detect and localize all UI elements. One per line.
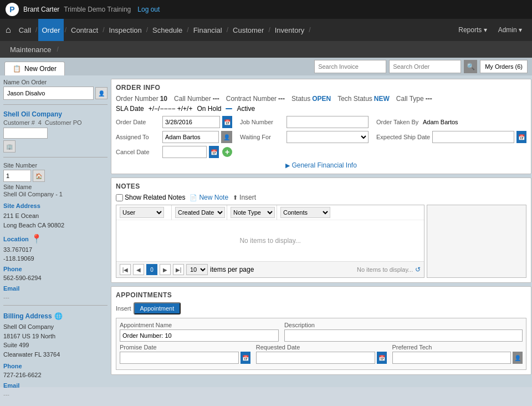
appointments-section: APPOINTMENTS Insert Appointment Appointm… xyxy=(111,286,531,375)
waiting-for-label: Waiting For xyxy=(240,134,284,140)
cancel-date-calendar-button[interactable]: 📅 xyxy=(209,146,219,158)
preferred-tech-input[interactable] xyxy=(392,352,511,364)
search-order-input[interactable] xyxy=(389,60,461,73)
preferred-tech-search-button[interactable]: 👤 xyxy=(513,352,523,364)
email-label: Email xyxy=(3,285,108,292)
appt-name-field: Appointment Name xyxy=(120,322,279,342)
nav-item-inspection[interactable]: Inspection xyxy=(105,19,145,41)
page-size-select[interactable]: 10 xyxy=(186,264,208,275)
email-value: --- xyxy=(3,294,108,301)
show-related-notes-label[interactable]: Show Related Notes xyxy=(116,194,185,201)
page-last-button[interactable]: ▶| xyxy=(173,264,184,275)
logout-link[interactable]: Log out xyxy=(137,6,160,13)
search-invoice-input[interactable] xyxy=(314,60,386,73)
cancel-date-label: Cancel Date xyxy=(116,149,160,155)
appt-desc-input[interactable] xyxy=(284,329,523,342)
appt-name-label: Appointment Name xyxy=(120,322,279,328)
status-label: Status xyxy=(291,95,310,103)
order-info-title: ORDER INFO xyxy=(116,84,526,92)
appointment-tab-button[interactable]: Appointment xyxy=(134,302,181,314)
promise-date-input[interactable] xyxy=(120,352,239,364)
notes-refresh-button[interactable]: ↺ xyxy=(415,266,421,273)
tab-icon: 📋 xyxy=(13,65,21,73)
appointments-title: APPOINTMENTS xyxy=(116,291,526,299)
nav-right: Reports ▾ Admin ▾ xyxy=(454,24,526,36)
location-pin-icon: 📍 xyxy=(31,234,42,244)
job-number-input[interactable] xyxy=(287,116,369,128)
requested-date-calendar-button[interactable]: 📅 xyxy=(377,352,387,364)
nav-sub-maintenance[interactable]: Maintenance xyxy=(6,41,55,58)
page-next-button[interactable]: ▶ xyxy=(160,264,171,275)
new-note-button[interactable]: 📄 New Note xyxy=(190,194,228,201)
contract-number-value: --- xyxy=(278,95,285,103)
notes-type-filter[interactable]: Note Type xyxy=(231,207,275,218)
company-name: Shell Oil Company xyxy=(3,110,108,118)
notes-insert-button[interactable]: ⬆ Insert xyxy=(233,194,256,201)
site-number-input[interactable] xyxy=(3,170,31,182)
requested-date-field: Requested Date 📅 xyxy=(256,344,387,364)
nav-item-schedule[interactable]: Schedule xyxy=(149,19,186,41)
notes-user-filter[interactable]: User xyxy=(120,207,164,218)
nav-item-order[interactable]: Order xyxy=(38,19,63,41)
nav-item-customer[interactable]: Customer xyxy=(229,19,267,41)
contract-number-label: Contract Number xyxy=(226,95,277,103)
topbar-org: Trimble Demo Training xyxy=(64,6,131,13)
nav-home-icon[interactable]: ⌂ xyxy=(6,25,11,35)
reports-button[interactable]: Reports ▾ xyxy=(454,24,491,36)
assigned-to-person-button[interactable]: 👤 xyxy=(221,131,232,143)
billing-phone-value: 727-216-6622 xyxy=(3,372,108,378)
expected-ship-row: Expected Ship Date 📅 xyxy=(376,131,526,143)
assigned-to-row: Assigned To 👤 xyxy=(116,131,232,143)
appt-insert-button[interactable]: Insert xyxy=(116,305,131,312)
promise-date-calendar-button[interactable]: 📅 xyxy=(241,352,250,364)
tech-status-value: NEW xyxy=(374,95,390,103)
nav-item-call[interactable]: Call xyxy=(16,19,34,41)
active-label: Active xyxy=(237,105,255,113)
assigned-to-input[interactable] xyxy=(162,131,219,143)
order-meta-row: Order Number 10 Call Number --- Contract… xyxy=(116,95,526,103)
notes-contents-filter[interactable]: Contents xyxy=(280,207,330,218)
tab-label: New Order xyxy=(24,65,57,73)
on-hold-toggle[interactable] xyxy=(226,108,232,109)
show-related-notes-checkbox[interactable] xyxy=(116,194,123,201)
waiting-for-select[interactable] xyxy=(287,131,369,143)
order-date-input[interactable] xyxy=(162,116,220,128)
topbar: P Brant Carter Trimble Demo Training Log… xyxy=(0,0,532,19)
notes-date-filter[interactable]: Created Date xyxy=(175,207,225,218)
notes-title: NOTES xyxy=(116,182,526,190)
name-on-order-input[interactable] xyxy=(3,87,94,100)
requested-date-input[interactable] xyxy=(256,352,375,364)
name-search-button[interactable]: 👤 xyxy=(95,87,108,99)
my-orders-button[interactable]: My Orders (6) xyxy=(480,60,528,73)
tech-status-label: Tech Status xyxy=(337,95,372,103)
assigned-to-label: Assigned To xyxy=(116,134,160,140)
admin-button[interactable]: Admin ▾ xyxy=(494,24,526,36)
customer-po-input[interactable] xyxy=(3,128,48,139)
notes-empty-message: No items to display... xyxy=(116,220,424,261)
page-first-button[interactable]: |◀ xyxy=(120,264,131,275)
search-icon-button[interactable]: 🔍 xyxy=(464,60,477,73)
billing-address-label: Billing Address 🌐 xyxy=(3,312,108,320)
cancel-date-input[interactable] xyxy=(162,146,207,158)
site-search-button[interactable]: 🏠 xyxy=(33,170,45,182)
order-date-row: Order Date 📅 xyxy=(116,116,232,128)
site-name-value: Shell Oil Company - 1 xyxy=(3,191,63,197)
nav-item-financial[interactable]: Financial xyxy=(190,19,226,41)
page-prev-button[interactable]: ◀ xyxy=(133,264,144,275)
appt-name-input[interactable] xyxy=(120,329,279,342)
cancel-date-add-button[interactable]: + xyxy=(222,147,232,157)
expected-ship-calendar-button[interactable]: 📅 xyxy=(516,131,526,143)
on-hold-label: On Hold xyxy=(197,105,221,113)
site-name-label: Site Name xyxy=(3,184,32,190)
general-financial-info-link[interactable]: ▶ General Financial Info xyxy=(285,162,356,169)
company-icon-btn[interactable]: 🏢 xyxy=(3,140,16,153)
nav-item-inventory[interactable]: Inventory xyxy=(272,19,308,41)
expected-ship-input[interactable] xyxy=(432,131,514,143)
tab-new-order[interactable]: 📋 New Order xyxy=(4,62,65,75)
appt-dates-row: Promise Date 📅 Requested Date 📅 xyxy=(120,344,523,364)
page-0-button[interactable]: 0 xyxy=(146,264,157,275)
main-content: Name On Order 👤 Shell Oil Company Custom… xyxy=(0,75,532,387)
nav-item-contract[interactable]: Contract xyxy=(68,19,101,41)
order-date-calendar-button[interactable]: 📅 xyxy=(222,116,232,128)
notes-page-info: No items to display... xyxy=(357,266,413,273)
